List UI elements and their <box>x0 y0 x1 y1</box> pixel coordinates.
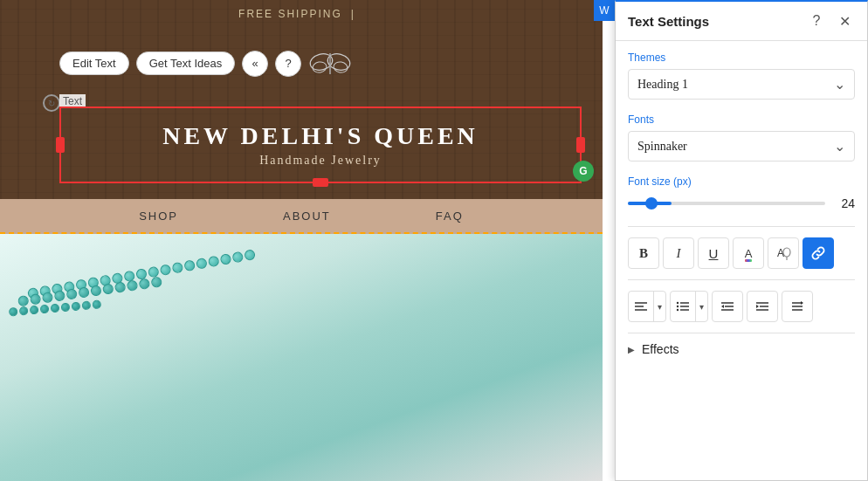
font-size-slider[interactable] <box>628 195 825 212</box>
align-buttons-row: ▾ ▾ <box>628 291 855 322</box>
panel-header-icons: ? ✕ <box>806 10 855 31</box>
svg-point-15 <box>677 309 679 311</box>
format-buttons-row: B I U A A <box>628 237 855 269</box>
outdent-button[interactable] <box>712 291 743 322</box>
indent-button[interactable] <box>747 291 778 322</box>
nav-item-faq[interactable]: FAQ <box>383 210 516 223</box>
effects-label: Effects <box>642 342 679 356</box>
svg-marker-20 <box>721 305 724 308</box>
list-icon <box>671 292 696 321</box>
sub-heading-text: Handmade Jewelry <box>259 154 382 168</box>
svg-point-6 <box>783 248 790 257</box>
svg-point-11 <box>677 302 679 304</box>
fonts-section-label: Fonts <box>628 113 855 126</box>
effects-expand-icon: ▶ <box>628 345 635 354</box>
edit-text-button[interactable]: Edit Text <box>59 52 129 75</box>
font-size-row: 24 <box>628 195 855 212</box>
banner-text: FREE SHIPPING <box>238 8 342 20</box>
align-left-dropdown[interactable]: ▾ <box>628 291 666 322</box>
resize-handle-left[interactable] <box>56 137 65 153</box>
panel-help-button[interactable]: ? <box>806 10 827 31</box>
svg-marker-24 <box>756 305 759 308</box>
divider-1 <box>628 226 855 227</box>
nav-item-shop[interactable]: SHOP <box>86 210 231 223</box>
back-button[interactable]: « <box>242 51 268 77</box>
list-dropdown[interactable]: ▾ <box>670 291 708 322</box>
text-color-button[interactable]: A <box>733 237 764 269</box>
panel-body: Themes Heading 1 ⌄ Fonts Spinnaker ⌄ Fon… <box>616 41 867 480</box>
italic-button[interactable]: I <box>663 237 694 269</box>
svg-point-2 <box>312 61 327 74</box>
svg-point-3 <box>333 61 348 74</box>
jewelry-image <box>0 234 603 481</box>
slider-thumb[interactable] <box>645 197 658 210</box>
main-heading-text: NEW DELHI'S QUEEN <box>162 122 479 150</box>
top-banner: FREE SHIPPING | <box>0 0 603 28</box>
text-highlight-button[interactable]: A <box>768 237 799 269</box>
underline-button[interactable]: U <box>698 237 729 269</box>
help-button[interactable]: ? <box>275 51 301 77</box>
rotate-icon[interactable]: ↻ <box>43 94 60 112</box>
font-size-label: Font size (px) <box>628 175 855 188</box>
panel-header: Text Settings ? ✕ <box>616 2 867 41</box>
paragraph-direction-button[interactable] <box>782 291 813 322</box>
font-size-value: 24 <box>834 196 855 210</box>
text-settings-panel: Text Settings ? ✕ Themes Heading 1 ⌄ Fon… <box>615 0 868 481</box>
nav-bar: SHOP ABOUT FAQ <box>0 199 603 234</box>
themes-value: Heading 1 <box>637 78 688 92</box>
content-text-box[interactable]: NEW DELHI'S QUEEN Handmade Jewelry G <box>59 107 582 183</box>
nav-item-about[interactable]: ABOUT <box>231 210 383 223</box>
effects-row[interactable]: ▶ Effects <box>628 333 855 365</box>
panel-close-button[interactable]: ✕ <box>834 10 855 31</box>
svg-point-13 <box>677 306 679 307</box>
list-chevron-icon: ▾ <box>696 302 707 312</box>
fonts-value: Spinnaker <box>637 140 687 154</box>
themes-section-label: Themes <box>628 52 855 64</box>
svg-marker-28 <box>801 301 803 305</box>
divider-2 <box>628 279 855 280</box>
banner-divider: | <box>351 8 355 20</box>
g-badge: G <box>573 161 594 182</box>
align-left-icon <box>629 292 654 321</box>
link-button[interactable] <box>803 237 834 269</box>
bottom-content <box>0 234 603 481</box>
fonts-dropdown[interactable]: Spinnaker ⌄ <box>628 131 855 161</box>
resize-handle-right[interactable] <box>576 137 585 153</box>
panel-title: Text Settings <box>628 14 709 29</box>
align-chevron-icon: ▾ <box>654 302 665 312</box>
panel-tab[interactable]: W <box>594 0 615 21</box>
resize-handle-bottom[interactable] <box>313 178 328 187</box>
slider-track <box>628 202 825 205</box>
butterfly-icon <box>308 48 352 79</box>
fonts-chevron-icon: ⌄ <box>834 138 845 155</box>
bold-button[interactable]: B <box>628 237 659 269</box>
themes-dropdown[interactable]: Heading 1 ⌄ <box>628 69 855 100</box>
get-text-ideas-button[interactable]: Get Text Ideas <box>136 52 236 75</box>
editor-toolbar: Edit Text Get Text Ideas « ? <box>0 48 352 79</box>
themes-chevron-icon: ⌄ <box>834 76 845 93</box>
